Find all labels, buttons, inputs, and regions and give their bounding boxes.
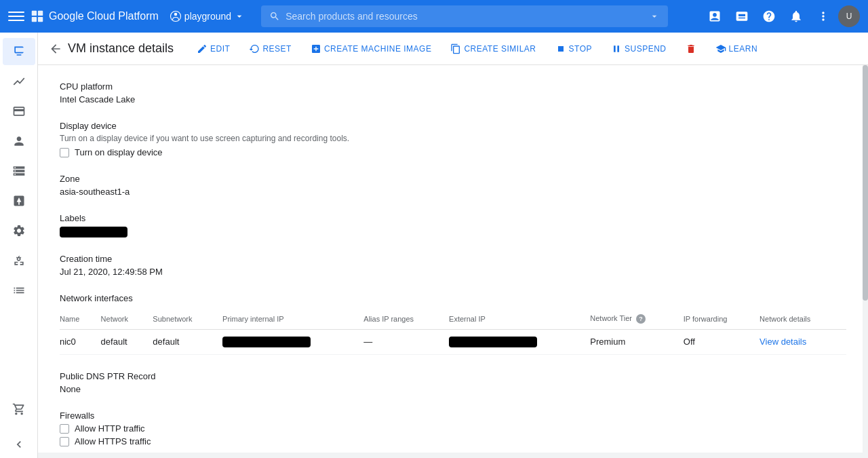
primary-ip-redacted — [222, 337, 311, 347]
display-device-desc: Turn on a display device if you want to … — [60, 134, 846, 143]
public-dns-section: Public DNS PTR Record None — [60, 371, 846, 394]
search-input[interactable] — [285, 11, 644, 22]
cpu-platform-section: CPU platform Intel Cascade Lake — [60, 81, 846, 104]
https-checkbox[interactable] — [60, 437, 69, 446]
display-device-checkbox-row: Turn on display device — [60, 147, 846, 157]
menu-button[interactable] — [8, 12, 24, 21]
sidebar-collapse-button[interactable] — [3, 431, 35, 458]
bottom-scrollbar[interactable] — [38, 453, 863, 458]
creation-time-section: Creation time Jul 21, 2020, 12:49:58 PM — [60, 254, 846, 277]
svg-rect-0 — [32, 11, 37, 16]
help-icon[interactable] — [757, 4, 781, 28]
firewalls-section: Firewalls Allow HTTP traffic Allow HTTPS… — [60, 411, 846, 446]
https-label: Allow HTTPS traffic — [75, 436, 151, 446]
sidebar-item-billing[interactable] — [3, 98, 35, 125]
stop-button[interactable]: STOP — [549, 38, 599, 60]
zone-section: Zone asia-southeast1-a — [60, 174, 846, 197]
row-network-tier: Premium — [590, 329, 684, 355]
col-network: Network — [101, 309, 153, 330]
col-network-tier: Network Tier ? — [590, 309, 684, 330]
public-dns-value: None — [60, 384, 846, 394]
col-ip-forwarding: IP forwarding — [684, 309, 760, 330]
create-machine-image-label: CREATE MACHINE IMAGE — [324, 44, 431, 54]
sidebar-item-monitoring[interactable] — [3, 68, 35, 95]
sidebar-item-iam[interactable] — [3, 128, 35, 155]
more-options-icon[interactable] — [811, 4, 835, 28]
sidebar-item-marketplace[interactable] — [3, 396, 35, 423]
stop-label: STOP — [569, 44, 592, 54]
logo-text: Google Cloud Platform — [49, 10, 159, 22]
sidebar — [0, 33, 38, 458]
delete-button[interactable] — [679, 38, 703, 60]
network-interfaces-table-container: Name Network Subnetwork Primary internal… — [60, 309, 846, 356]
edit-button[interactable]: EDIT — [190, 38, 237, 60]
learn-button[interactable]: LEARN — [709, 38, 765, 60]
row-alias-ip: — — [363, 329, 449, 355]
public-dns-label: Public DNS PTR Record — [60, 371, 846, 381]
create-similar-button[interactable]: CREATE SIMILAR — [443, 38, 542, 60]
zone-label: Zone — [60, 174, 846, 184]
col-network-details: Network details — [760, 309, 846, 330]
labels-value — [60, 226, 846, 237]
suspend-label: SUSPEND — [625, 44, 667, 54]
external-ip-redacted — [449, 337, 537, 347]
project-name: playground — [184, 11, 231, 22]
sidebar-item-discount[interactable] — [3, 247, 35, 274]
network-interfaces-section: Network interfaces Name Network Subnetwo… — [60, 293, 846, 356]
display-device-checkbox[interactable] — [60, 148, 69, 157]
network-interfaces-table: Name Network Subnetwork Primary internal… — [60, 309, 846, 356]
create-similar-label: CREATE SIMILAR — [464, 44, 536, 54]
creation-time-label: Creation time — [60, 254, 846, 264]
row-ip-forwarding: Off — [684, 329, 760, 355]
sidebar-item-list[interactable] — [3, 277, 35, 304]
http-checkbox[interactable] — [60, 424, 69, 434]
display-device-section: Display device Turn on a display device … — [60, 121, 846, 157]
search-bar[interactable] — [261, 5, 668, 27]
sidebar-item-compute[interactable] — [3, 38, 35, 65]
cloud-shell-icon[interactable] — [730, 4, 754, 28]
user-avatar[interactable]: U — [838, 5, 860, 27]
top-navigation: Google Cloud Platform playground U — [0, 0, 868, 33]
sidebar-item-storage[interactable] — [3, 157, 35, 185]
cpu-platform-label: CPU platform — [60, 81, 846, 92]
svg-rect-3 — [38, 17, 43, 22]
row-external-ip — [449, 329, 590, 355]
row-network: default — [101, 329, 153, 355]
learn-label: LEARN — [729, 44, 758, 54]
create-machine-image-button[interactable]: CREATE MACHINE IMAGE — [304, 38, 438, 60]
row-subnetwork: default — [153, 329, 222, 355]
marketplace-icon[interactable] — [703, 4, 727, 28]
view-details-link[interactable]: View details — [760, 337, 806, 347]
col-alias-ip: Alias IP ranges — [363, 309, 449, 330]
suspend-button[interactable]: SUSPEND — [604, 38, 673, 60]
row-network-details: View details — [760, 329, 846, 355]
display-device-label: Display device — [60, 121, 846, 131]
table-header-row: Name Network Subnetwork Primary internal… — [60, 309, 846, 330]
sidebar-item-settings[interactable] — [3, 217, 35, 244]
reset-label: RESET — [262, 44, 292, 54]
svg-rect-2 — [32, 17, 37, 22]
creation-time-value: Jul 21, 2020, 12:49:58 PM — [60, 267, 846, 277]
reset-button[interactable]: RESET — [242, 38, 298, 60]
col-subnetwork: Subnetwork — [153, 309, 222, 330]
edit-label: EDIT — [210, 44, 230, 54]
col-name: Name — [60, 309, 101, 330]
col-external-ip: External IP — [449, 309, 590, 330]
table-row: nic0 default default — Premium Off — [60, 329, 846, 355]
firewalls-label: Firewalls — [60, 411, 846, 421]
row-name: nic0 — [60, 329, 101, 355]
notifications-icon[interactable] — [784, 4, 808, 28]
project-selector[interactable]: playground — [170, 10, 245, 22]
labels-redacted — [60, 227, 127, 237]
network-interfaces-label: Network interfaces — [60, 293, 846, 303]
labels-label: Labels — [60, 213, 846, 223]
network-tier-help-icon[interactable]: ? — [636, 314, 646, 324]
http-checkbox-row: Allow HTTP traffic — [60, 423, 846, 434]
scrollbar-thumb[interactable] — [863, 65, 868, 301]
svg-rect-1 — [38, 11, 43, 16]
scrollbar-track[interactable] — [863, 65, 868, 458]
sidebar-item-operations[interactable] — [3, 187, 35, 214]
https-checkbox-row: Allow HTTPS traffic — [60, 436, 846, 446]
zone-value: asia-southeast1-a — [60, 187, 846, 197]
back-button[interactable] — [49, 42, 62, 56]
